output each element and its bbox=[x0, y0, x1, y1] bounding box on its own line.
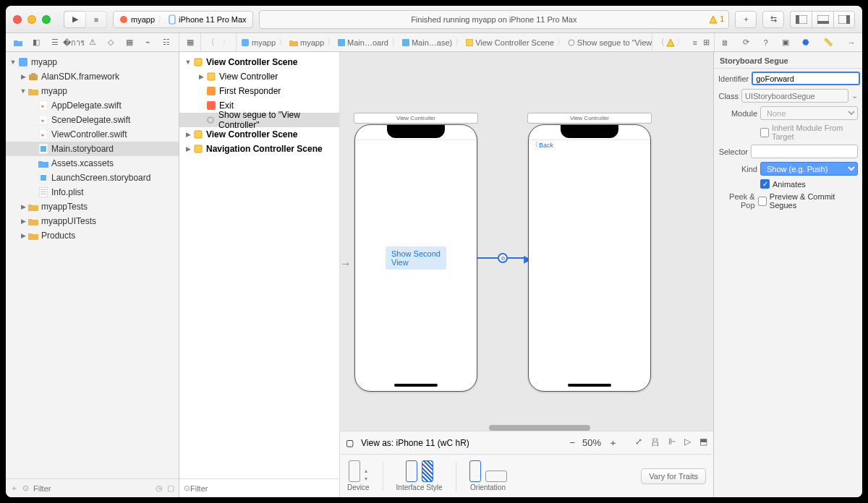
recent-filter-icon[interactable]: ◷ bbox=[156, 483, 163, 493]
back-button[interactable]: 〈 bbox=[204, 37, 218, 48]
identity-inspector-icon[interactable]: ▣ bbox=[782, 38, 789, 47]
report-navigator-icon[interactable]: ☷ bbox=[157, 38, 176, 47]
segue-icon bbox=[568, 39, 575, 46]
module-field[interactable]: None bbox=[760, 106, 858, 120]
filter-icon: ⊙ bbox=[184, 483, 190, 493]
connections-inspector-icon[interactable]: → bbox=[847, 38, 855, 47]
jump-bar[interactable]: myapp〉 myapp〉 Main…oard〉 Main…ase)〉 View… bbox=[237, 33, 652, 51]
zoom-out-button[interactable]: − bbox=[569, 437, 575, 448]
orientation-group[interactable]: Orientation bbox=[469, 460, 507, 491]
embed-button[interactable]: ⤢ bbox=[635, 437, 642, 449]
symbol-navigator-icon[interactable]: ☰ bbox=[46, 38, 64, 47]
canvas-wrap: → View Controller Show Second View ⊚ ▶ V… bbox=[340, 52, 713, 497]
class-dropdown-icon[interactable]: ⌄ bbox=[851, 91, 858, 100]
nav-item[interactable]: ▶Products bbox=[6, 228, 179, 243]
nav-item[interactable]: ViewController.swift bbox=[6, 127, 179, 142]
add-button[interactable]: ＋ bbox=[10, 483, 18, 494]
view-as-label[interactable]: View as: iPhone 11 (wC hR) bbox=[361, 438, 469, 448]
code-review-button[interactable]: ⇆ bbox=[762, 11, 784, 28]
storyboard-canvas[interactable]: → View Controller Show Second View ⊚ ▶ V… bbox=[340, 52, 713, 431]
preview-checkbox[interactable] bbox=[758, 197, 767, 206]
resolve-button[interactable]: ▷ bbox=[684, 437, 691, 449]
toggle-inspector-button[interactable] bbox=[833, 11, 855, 28]
device-group[interactable]: ▴▾ Device bbox=[347, 460, 370, 491]
outline-item[interactable]: ▼View Controller Scene bbox=[179, 55, 339, 69]
outline-item[interactable]: ▶Navigation Controller Scene bbox=[179, 142, 339, 156]
related-items-button[interactable]: ▦ bbox=[179, 33, 201, 51]
scheme-selector[interactable]: myapp 〉 iPhone 11 Pro Max bbox=[113, 11, 253, 28]
back-button[interactable]: 〈Back bbox=[532, 140, 553, 150]
add-editor-button[interactable]: ⊞ bbox=[703, 38, 710, 47]
svg-rect-34 bbox=[195, 131, 202, 138]
vary-for-traits-button[interactable]: Vary for Traits bbox=[641, 468, 706, 484]
embed-in-button[interactable]: ⬒ bbox=[699, 437, 707, 449]
nav-item[interactable]: ▶myappTests bbox=[6, 199, 179, 214]
navigator-tree[interactable]: ▼ myapp ▶AlanSDK.framework▼myappAppDeleg… bbox=[6, 52, 179, 478]
kind-field[interactable]: Show (e.g. Push) bbox=[760, 162, 858, 176]
svg-rect-26 bbox=[41, 189, 46, 190]
horizontal-scrollbar[interactable] bbox=[489, 425, 590, 431]
warning-icon[interactable] bbox=[666, 38, 675, 47]
forward-button[interactable]: 〉 bbox=[219, 37, 233, 48]
view-controller-2[interactable]: View Controller 〈Back bbox=[528, 124, 651, 392]
identifier-field[interactable] bbox=[752, 72, 860, 85]
help-inspector-icon[interactable]: ? bbox=[763, 38, 767, 47]
find-navigator-icon[interactable]: �การ bbox=[64, 36, 83, 49]
zoom-icon[interactable] bbox=[42, 15, 51, 24]
outline-item[interactable]: First Responder bbox=[179, 84, 339, 98]
nav-item[interactable]: ▼myapp bbox=[6, 84, 179, 98]
nav-item[interactable]: ▶AlanSDK.framework bbox=[6, 69, 179, 84]
outline-item[interactable]: Show segue to "View Controller" bbox=[179, 113, 339, 127]
attributes-inspector-icon[interactable]: ⬣ bbox=[802, 38, 809, 47]
close-icon[interactable] bbox=[13, 15, 22, 24]
toggle-debug-button[interactable] bbox=[812, 11, 833, 28]
issue-navigator-icon[interactable]: ⚠ bbox=[83, 38, 102, 47]
zoom-in-button[interactable]: ＋ bbox=[608, 437, 618, 450]
align-button[interactable]: 吕 bbox=[651, 437, 660, 449]
view-controller-1[interactable]: View Controller Show Second View bbox=[354, 124, 477, 392]
toggle-navigator-button[interactable] bbox=[790, 11, 812, 28]
outline-item[interactable]: ▶View Controller bbox=[179, 69, 339, 84]
stop-button[interactable]: ■ bbox=[85, 11, 107, 28]
show-second-view-button[interactable]: Show Second View bbox=[386, 246, 446, 270]
outline-filter-input[interactable] bbox=[190, 484, 335, 493]
pin-button[interactable]: ⊩ bbox=[668, 437, 676, 449]
scm-filter-icon[interactable]: ▢ bbox=[167, 483, 174, 493]
vc2-title: View Controller bbox=[527, 113, 652, 124]
filter-input[interactable] bbox=[33, 484, 151, 493]
history-inspector-icon[interactable]: ⟳ bbox=[743, 38, 749, 47]
warning-badge[interactable]: 1 bbox=[709, 15, 724, 24]
debug-navigator-icon[interactable]: ▦ bbox=[120, 38, 139, 47]
svg-marker-2 bbox=[710, 16, 717, 23]
project-navigator-icon[interactable] bbox=[9, 38, 27, 47]
test-navigator-icon[interactable]: ◇ bbox=[102, 38, 121, 47]
toggle-outline-button[interactable]: ▢ bbox=[346, 438, 354, 448]
forward-issue-button[interactable]: 〉 bbox=[676, 37, 684, 48]
nav-item[interactable]: LaunchScreen.storyboard bbox=[6, 171, 179, 185]
minimize-icon[interactable] bbox=[27, 15, 36, 24]
nav-item[interactable]: Assets.xcassets bbox=[6, 156, 179, 171]
zoom-value[interactable]: 50% bbox=[582, 437, 601, 448]
run-button[interactable]: ▶ bbox=[64, 11, 85, 28]
back-issue-button[interactable]: 〈 bbox=[657, 37, 665, 48]
nav-item[interactable]: Main.storyboard bbox=[6, 142, 179, 156]
class-field[interactable] bbox=[741, 89, 848, 103]
nav-item[interactable]: Info.plist bbox=[6, 185, 179, 199]
inherit-checkbox[interactable] bbox=[760, 128, 769, 137]
outline-tree[interactable]: ▼View Controller Scene▶View ControllerFi… bbox=[179, 52, 339, 478]
adjust-editor-button[interactable]: ≡ bbox=[693, 38, 697, 47]
project-root[interactable]: ▼ myapp bbox=[6, 55, 179, 69]
nav-item[interactable]: SceneDelegate.swift bbox=[6, 113, 179, 127]
nav-item[interactable]: ▶myappUITests bbox=[6, 214, 179, 228]
library-button[interactable]: ＋ bbox=[735, 11, 757, 28]
selector-field[interactable] bbox=[751, 145, 858, 158]
size-inspector-icon[interactable]: 📏 bbox=[823, 38, 833, 47]
source-control-navigator-icon[interactable]: ◧ bbox=[27, 38, 46, 47]
breakpoint-navigator-icon[interactable]: ⌁ bbox=[139, 38, 158, 47]
device-bar: ▴▾ Device Interface Style Orientation Va… bbox=[340, 454, 713, 497]
nav-item[interactable]: AppDelegate.swift bbox=[6, 98, 179, 113]
segue-icon[interactable]: ⊚ bbox=[498, 253, 508, 263]
interface-style-group[interactable]: Interface Style bbox=[396, 460, 443, 491]
file-inspector-icon[interactable]: 🗎 bbox=[721, 38, 729, 47]
animates-checkbox[interactable]: ✓ bbox=[760, 179, 770, 189]
